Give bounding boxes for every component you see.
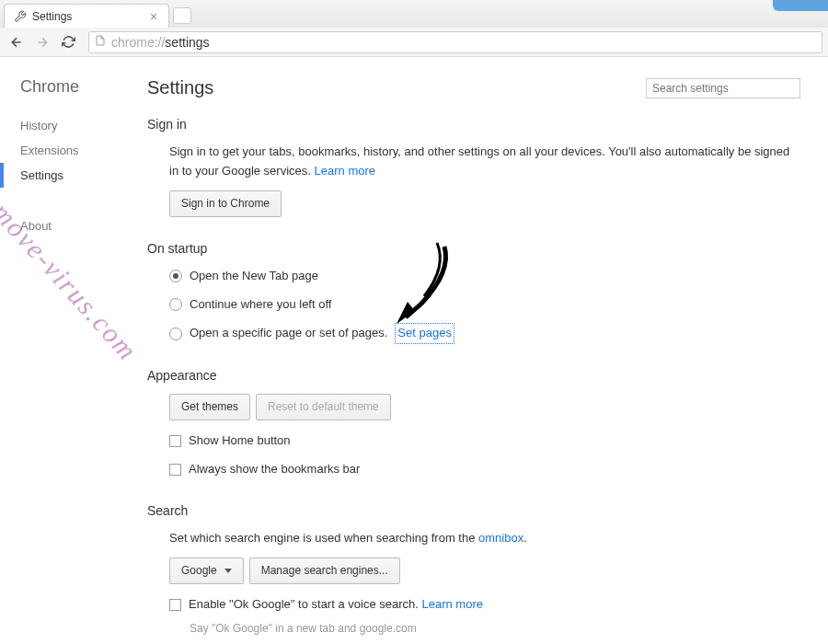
signin-text: Sign in to get your tabs, bookmarks, his… xyxy=(169,143,800,181)
checkbox-label: Show Home button xyxy=(189,431,291,451)
page-icon xyxy=(95,34,106,50)
tab-title: Settings xyxy=(32,10,72,23)
reload-button[interactable] xyxy=(57,31,79,53)
show-bookmarks-checkbox[interactable]: Always show the bookmarks bar xyxy=(169,460,800,479)
wrench-icon xyxy=(14,10,27,23)
ok-google-checkbox[interactable]: Enable "Ok Google" to start a voice sear… xyxy=(169,595,800,615)
page-title: Settings xyxy=(147,77,213,98)
get-themes-button[interactable]: Get themes xyxy=(169,394,250,420)
search-input[interactable] xyxy=(646,78,800,98)
url-text: chrome://settings xyxy=(111,35,210,50)
checkbox-label: Enable "Ok Google" to start a voice sear… xyxy=(189,595,483,615)
signin-learn-more-link[interactable]: Learn more xyxy=(315,164,375,178)
radio-label: Continue where you left off xyxy=(190,295,331,315)
startup-radio-specific[interactable]: Open a specific page or set of pages. Se… xyxy=(169,323,800,344)
dropdown-value: Google xyxy=(181,562,217,580)
main-header: Settings xyxy=(147,77,800,98)
tab-bar: Settings × xyxy=(0,0,828,28)
checkbox-label: Always show the bookmarks bar xyxy=(189,460,360,479)
signin-button[interactable]: Sign in to Chrome xyxy=(169,190,282,217)
section-appearance: Appearance Get themes Reset to default t… xyxy=(147,368,800,479)
radio-icon xyxy=(169,270,182,282)
omnibox-link[interactable]: omnibox xyxy=(478,531,523,545)
checkbox-icon xyxy=(169,435,181,447)
chevron-down-icon xyxy=(224,569,232,573)
sidebar: Chrome History Extensions Settings About xyxy=(0,57,129,644)
sidebar-item-extensions[interactable]: Extensions xyxy=(20,138,129,163)
show-home-checkbox[interactable]: Show Home button xyxy=(169,431,800,451)
startup-radio-newtab[interactable]: Open the New Tab page xyxy=(169,267,800,286)
close-icon[interactable]: × xyxy=(150,12,159,21)
forward-button[interactable] xyxy=(31,31,53,53)
section-title-signin: Sign in xyxy=(147,117,800,132)
back-button[interactable] xyxy=(6,31,28,53)
search-text: Set which search engine is used when sea… xyxy=(169,529,800,548)
search-engine-dropdown[interactable]: Google xyxy=(169,558,244,584)
content: Chrome History Extensions Settings About… xyxy=(0,57,828,644)
section-title-appearance: Appearance xyxy=(147,368,800,383)
browser-tab[interactable]: Settings × xyxy=(4,4,169,28)
manage-search-engines-button[interactable]: Manage search engines... xyxy=(249,558,400,584)
sidebar-item-history[interactable]: History xyxy=(20,113,129,138)
window-controls-hint xyxy=(773,0,828,11)
radio-label: Open the New Tab page xyxy=(190,267,318,286)
checkbox-icon xyxy=(169,599,181,611)
section-search: Search Set which search engine is used w… xyxy=(147,503,800,638)
set-pages-link[interactable]: Set pages xyxy=(395,323,454,344)
section-title-startup: On startup xyxy=(147,241,800,256)
toolbar: chrome://settings xyxy=(0,28,828,57)
radio-label: Open a specific page or set of pages. xyxy=(190,324,387,343)
section-startup: On startup Open the New Tab page Continu… xyxy=(147,241,800,344)
sidebar-title: Chrome xyxy=(20,77,129,97)
address-bar[interactable]: chrome://settings xyxy=(88,31,822,53)
sidebar-item-about[interactable]: About xyxy=(20,213,129,238)
section-signin: Sign in Sign in to get your tabs, bookma… xyxy=(147,117,800,217)
new-tab-button[interactable] xyxy=(173,7,191,24)
checkbox-icon xyxy=(169,464,181,476)
radio-icon xyxy=(169,328,182,340)
ok-google-learn-more-link[interactable]: Learn more xyxy=(421,597,482,611)
main: Settings Sign in Sign in to get your tab… xyxy=(129,57,828,644)
startup-radio-continue[interactable]: Continue where you left off xyxy=(169,295,800,315)
radio-icon xyxy=(169,298,182,311)
ok-google-hint: Say "Ok Google" in a new tab and google.… xyxy=(169,620,800,638)
sidebar-item-settings[interactable]: Settings xyxy=(0,163,129,188)
section-title-search: Search xyxy=(147,503,800,518)
reset-theme-button[interactable]: Reset to default theme xyxy=(256,394,391,420)
